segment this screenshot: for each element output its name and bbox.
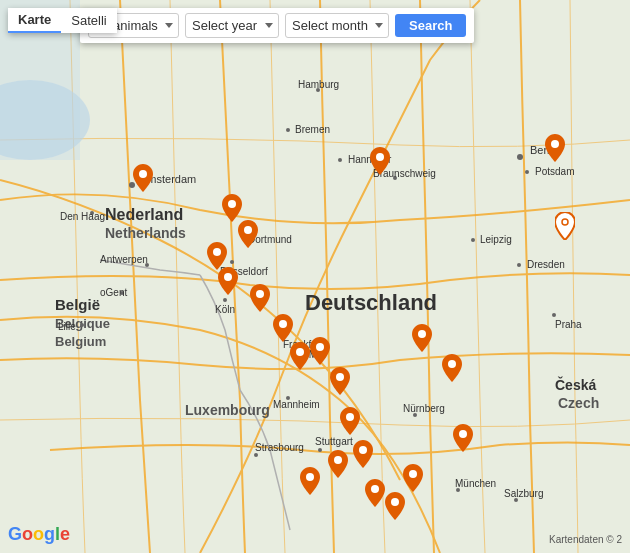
- svg-point-70: [256, 290, 264, 298]
- svg-text:Mannheim: Mannheim: [273, 399, 320, 410]
- svg-text:België: België: [55, 296, 100, 313]
- svg-point-46: [517, 263, 521, 267]
- svg-point-77: [376, 153, 384, 161]
- tab-karte[interactable]: Karte: [8, 8, 61, 33]
- map-attribution: Kartendaten © 2: [549, 534, 622, 545]
- svg-point-44: [471, 238, 475, 242]
- svg-point-26: [230, 260, 234, 264]
- svg-point-55: [254, 453, 258, 457]
- svg-text:Belgium: Belgium: [55, 334, 106, 349]
- map-marker[interactable]: [385, 492, 405, 520]
- svg-point-53: [318, 448, 322, 452]
- map-marker[interactable]: [555, 212, 575, 240]
- map-marker[interactable]: [353, 440, 373, 468]
- svg-point-22: [80, 323, 84, 327]
- svg-point-87: [391, 498, 399, 506]
- svg-point-30: [286, 128, 290, 132]
- map-marker[interactable]: [403, 464, 423, 492]
- year-select[interactable]: Select year 2023 2022 2021: [185, 13, 279, 38]
- svg-point-40: [517, 154, 523, 160]
- svg-point-72: [296, 348, 304, 356]
- svg-text:Stuttgart: Stuttgart: [315, 436, 353, 447]
- svg-text:Luxembourg: Luxembourg: [185, 402, 270, 418]
- svg-text:Hamburg: Hamburg: [298, 79, 339, 90]
- svg-point-85: [306, 473, 314, 481]
- map-marker[interactable]: [310, 337, 330, 365]
- svg-text:Czech: Czech: [558, 395, 599, 411]
- svg-point-32: [338, 158, 342, 162]
- svg-text:Nürnberg: Nürnberg: [403, 403, 445, 414]
- map-marker[interactable]: [218, 267, 238, 295]
- google-logo: Google: [8, 524, 70, 545]
- svg-point-76: [359, 446, 367, 454]
- svg-point-86: [371, 485, 379, 493]
- svg-text:Lille: Lille: [58, 321, 76, 332]
- svg-text:Köln: Köln: [215, 304, 235, 315]
- svg-text:Potsdam: Potsdam: [535, 166, 574, 177]
- map-marker[interactable]: [545, 134, 565, 162]
- svg-point-67: [244, 226, 252, 234]
- map-marker[interactable]: [222, 194, 242, 222]
- map-marker[interactable]: [328, 450, 348, 478]
- svg-text:Česká: Česká: [555, 376, 596, 393]
- map-type-tabs: Karte Satelli: [8, 8, 117, 33]
- svg-point-80: [459, 430, 467, 438]
- svg-point-65: [139, 170, 147, 178]
- tab-satellit[interactable]: Satelli: [61, 8, 116, 33]
- map-marker[interactable]: [453, 424, 473, 452]
- svg-text:Netherlands: Netherlands: [105, 225, 186, 241]
- map-marker[interactable]: [412, 324, 432, 352]
- map-marker[interactable]: [442, 354, 462, 382]
- svg-text:Praha: Praha: [555, 319, 582, 330]
- svg-point-66: [228, 200, 236, 208]
- svg-point-28: [223, 298, 227, 302]
- svg-text:Nederland: Nederland: [105, 206, 183, 223]
- svg-text:Leipzig: Leipzig: [480, 234, 512, 245]
- filter-bar: All animals Dogs Cats Birds Select year …: [80, 8, 474, 43]
- svg-text:Antwerpen: Antwerpen: [100, 254, 148, 265]
- svg-point-84: [409, 470, 417, 478]
- svg-point-68: [213, 248, 221, 256]
- map-marker[interactable]: [133, 164, 153, 192]
- svg-text:oGent: oGent: [100, 287, 127, 298]
- svg-point-82: [562, 219, 568, 225]
- svg-text:Deutschland: Deutschland: [305, 290, 437, 315]
- svg-text:Salzburg: Salzburg: [504, 488, 543, 499]
- map-container: Nederland Netherlands België Belgique Be…: [0, 0, 630, 553]
- map-marker[interactable]: [250, 284, 270, 312]
- svg-point-63: [552, 313, 556, 317]
- svg-point-74: [336, 373, 344, 381]
- svg-text:Bremen: Bremen: [295, 124, 330, 135]
- svg-point-75: [346, 413, 354, 421]
- svg-text:Strasbourg: Strasbourg: [255, 442, 304, 453]
- search-button[interactable]: Search: [395, 14, 466, 37]
- svg-point-42: [525, 170, 529, 174]
- svg-text:Dresden: Dresden: [527, 259, 565, 270]
- map-marker[interactable]: [330, 367, 350, 395]
- svg-text:Den Haag: Den Haag: [60, 211, 105, 222]
- map-marker[interactable]: [238, 220, 258, 248]
- svg-point-69: [224, 273, 232, 281]
- map-marker[interactable]: [370, 147, 390, 175]
- map-marker[interactable]: [340, 407, 360, 435]
- svg-text:München: München: [455, 478, 496, 489]
- svg-point-71: [279, 320, 287, 328]
- svg-point-78: [418, 330, 426, 338]
- map-marker[interactable]: [207, 242, 227, 270]
- map-marker[interactable]: [273, 314, 293, 342]
- map-marker[interactable]: [300, 467, 320, 495]
- month-select[interactable]: Select month January February March: [285, 13, 389, 38]
- svg-point-83: [334, 456, 342, 464]
- map-marker[interactable]: [365, 479, 385, 507]
- svg-point-81: [551, 140, 559, 148]
- svg-point-79: [448, 360, 456, 368]
- svg-point-73: [316, 343, 324, 351]
- map-marker[interactable]: [290, 342, 310, 370]
